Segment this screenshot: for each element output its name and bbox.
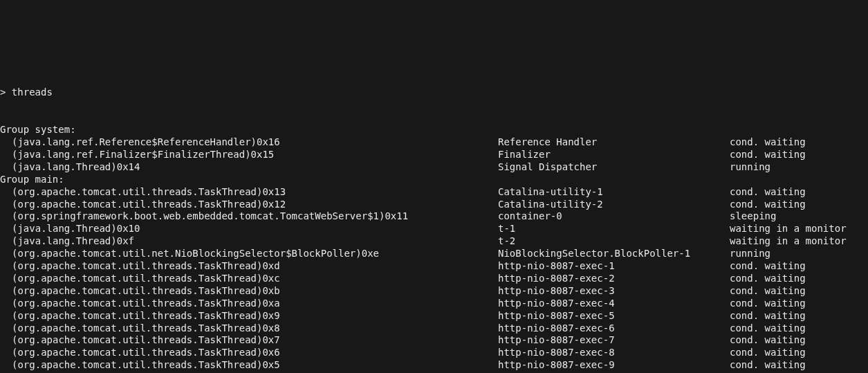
command-line: > threads [0,87,868,99]
thread-row: (java.lang.ref.Reference$ReferenceHandle… [0,136,868,149]
thread-class: (org.apache.tomcat.util.threads.TaskThre… [12,310,280,321]
thread-name: http-nio-8087-exec-2 [498,273,730,285]
thread-row: (org.apache.tomcat.util.threads.TaskThre… [0,260,868,273]
thread-name: http-nio-8087-exec-8 [498,347,730,359]
thread-state: cond. waiting [730,199,806,211]
thread-row: (org.apache.tomcat.util.threads.TaskThre… [0,199,868,211]
thread-state: cond. waiting [730,298,806,310]
thread-row: (java.lang.Thread)0x10t-1waiting in a mo… [0,223,868,235]
thread-state: cond. waiting [730,186,806,199]
thread-state: cond. waiting [730,273,806,285]
thread-class: (org.apache.tomcat.util.threads.TaskThre… [12,334,280,345]
thread-name: NioBlockingSelector.BlockPoller-1 [498,248,730,260]
thread-state: cond. waiting [730,359,806,372]
thread-group-label: Group system: [0,124,868,136]
thread-state: waiting in a monitor [730,235,847,248]
thread-row: (org.apache.tomcat.util.net.NioBlockingS… [0,248,868,260]
thread-class: (org.springframework.boot.web.embedded.t… [12,210,408,221]
thread-state: cond. waiting [730,310,806,322]
thread-row: (java.lang.ref.Finalizer$FinalizerThread… [0,149,868,161]
thread-row: (org.apache.tomcat.util.threads.TaskThre… [0,334,868,347]
thread-class: (java.lang.Thread)0x14 [12,161,140,172]
thread-name: Catalina-utility-1 [498,186,730,199]
thread-state: cond. waiting [730,334,806,347]
thread-name: Finalizer [498,149,730,161]
thread-name: http-nio-8087-exec-6 [498,322,730,335]
thread-name: Reference Handler [498,136,730,149]
thread-class: (org.apache.tomcat.util.threads.TaskThre… [12,322,280,334]
thread-row: (org.springframework.boot.web.embedded.t… [0,210,868,223]
thread-class: (org.apache.tomcat.util.threads.TaskThre… [12,298,280,309]
thread-class: (org.apache.tomcat.util.threads.TaskThre… [12,260,280,271]
thread-class: (org.apache.tomcat.util.threads.TaskThre… [12,359,280,370]
thread-row: (org.apache.tomcat.util.threads.TaskThre… [0,298,868,310]
thread-row: (org.apache.tomcat.util.threads.TaskThre… [0,186,868,199]
thread-name: http-nio-8087-exec-3 [498,285,730,298]
thread-class: (java.lang.Thread)0xf [12,235,134,246]
thread-state: running [730,161,770,174]
thread-class: (org.apache.tomcat.util.net.NioBlockingS… [12,248,379,259]
thread-row: (java.lang.Thread)0xft-2waiting in a mon… [0,235,868,248]
thread-row: (org.apache.tomcat.util.threads.TaskThre… [0,285,868,298]
thread-class: (java.lang.Thread)0x10 [12,223,140,234]
thread-row: (java.lang.Thread)0x14Signal Dispatcherr… [0,161,868,174]
thread-state: cond. waiting [730,260,806,273]
thread-row: (org.apache.tomcat.util.threads.TaskThre… [0,347,868,359]
thread-state: cond. waiting [730,149,806,161]
thread-group-label: Group main: [0,174,868,186]
thread-state: cond. waiting [730,136,806,149]
thread-class: (org.apache.tomcat.util.threads.TaskThre… [12,285,280,296]
thread-state: waiting in a monitor [730,223,847,235]
thread-name: http-nio-8087-exec-7 [498,334,730,347]
thread-class: (java.lang.ref.Finalizer$FinalizerThread… [12,149,274,160]
thread-class: (org.apache.tomcat.util.threads.TaskThre… [12,347,280,358]
thread-class: (org.apache.tomcat.util.threads.TaskThre… [12,199,286,210]
thread-name: http-nio-8087-exec-1 [498,260,730,273]
thread-state: cond. waiting [730,285,806,298]
terminal-output[interactable]: > threads Group system:(java.lang.ref.Re… [0,62,868,373]
thread-row: (org.apache.tomcat.util.threads.TaskThre… [0,322,868,335]
thread-name: Signal Dispatcher [498,161,730,174]
thread-name: t-1 [498,223,730,235]
thread-name: http-nio-8087-exec-9 [498,359,730,372]
thread-name: http-nio-8087-exec-4 [498,298,730,310]
thread-state: cond. waiting [730,347,806,359]
thread-state: cond. waiting [730,322,806,335]
thread-state: sleeping [730,210,776,223]
thread-name: container-0 [498,210,730,223]
thread-name: http-nio-8087-exec-5 [498,310,730,322]
thread-class: (java.lang.ref.Reference$ReferenceHandle… [12,136,280,147]
thread-class: (org.apache.tomcat.util.threads.TaskThre… [12,186,286,197]
thread-row: (org.apache.tomcat.util.threads.TaskThre… [0,310,868,322]
thread-name: Catalina-utility-2 [498,199,730,211]
thread-class: (org.apache.tomcat.util.threads.TaskThre… [12,273,280,284]
thread-name: t-2 [498,235,730,248]
thread-state: running [730,248,770,260]
thread-row: (org.apache.tomcat.util.threads.TaskThre… [0,273,868,285]
thread-row: (org.apache.tomcat.util.threads.TaskThre… [0,359,868,372]
